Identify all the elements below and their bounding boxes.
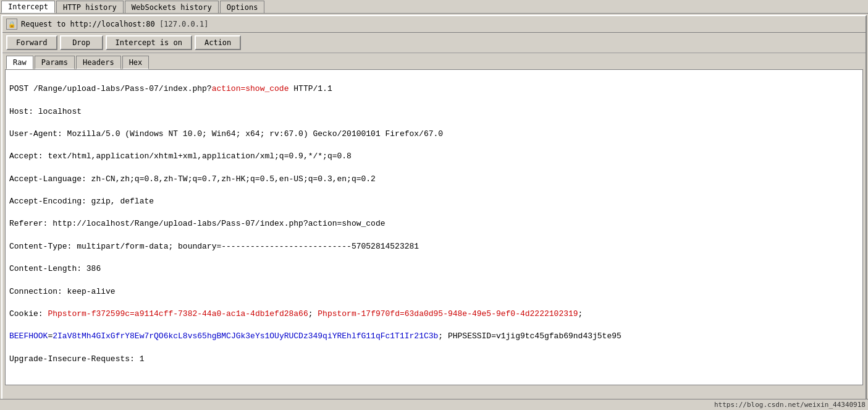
line-accept-enc: Accept-Encoding: gzip, deflate — [9, 196, 859, 207]
content-area[interactable]: POST /Range/upload-labs/Pass-07/index.ph… — [5, 69, 863, 385]
main-panel: 🔒 Request to http://localhost:80 [127.0.… — [1, 15, 867, 408]
tab-intercept[interactable]: Intercept — [1, 1, 55, 13]
toolbar: Forward Drop Intercept is on Action — [2, 33, 866, 53]
sub-tab-headers[interactable]: Headers — [76, 56, 121, 69]
line-accept: Accept: text/html,application/xhtml+xml,… — [9, 151, 859, 162]
line-beefhook: BEEFHOOK=2IaV8tMh4GIxGfrY8Ew7rQO6kcL8vs6… — [9, 331, 859, 342]
line-blank1 — [9, 376, 859, 385]
line-cookie: Cookie: Phpstorm-f372599c=a9114cff-7382-… — [9, 309, 859, 320]
line-connection: Connection: keep-alive — [9, 286, 859, 297]
tab-options[interactable]: Options — [220, 1, 265, 13]
line-content-length: Content-Length: 386 — [9, 263, 859, 275]
line-referer: Referer: http://localhost/Range/upload-l… — [9, 218, 859, 229]
line-post: POST /Range/upload-labs/Pass-07/index.ph… — [9, 83, 859, 95]
action-button[interactable]: Action — [195, 35, 241, 50]
intercept-button[interactable]: Intercept is on — [106, 35, 192, 50]
request-text: Request to http://localhost:80 — [21, 20, 155, 28]
request-icon: 🔒 — [6, 19, 17, 30]
line-content-type: Content-Type: multipart/form-data; bound… — [9, 241, 859, 252]
tab-http-history[interactable]: HTTP history — [56, 1, 124, 13]
sub-tab-params[interactable]: Params — [35, 56, 75, 69]
forward-button[interactable]: Forward — [6, 35, 57, 50]
request-info-bar: 🔒 Request to http://localhost:80 [127.0.… — [2, 16, 866, 33]
line-host: Host: localhost — [9, 106, 859, 117]
tab-bar: Intercept HTTP history WebSockets histor… — [0, 0, 868, 14]
line-upgrade: Upgrade-Insecure-Requests: 1 — [9, 354, 859, 365]
sub-tab-raw[interactable]: Raw — [6, 56, 33, 69]
sub-tab-bar: Raw Params Headers Hex — [2, 53, 866, 69]
sub-tab-hex[interactable]: Hex — [122, 56, 150, 69]
request-ip: [127.0.0.1] — [159, 20, 208, 28]
status-url: https://blog.csdn.net/weixin_44340918 — [714, 401, 866, 409]
tab-websockets-history[interactable]: WebSockets history — [125, 1, 219, 13]
line-accept-lang: Accept-Language: zh-CN,zh;q=0.8,zh-TW;q=… — [9, 174, 859, 185]
drop-button[interactable]: Drop — [60, 35, 103, 50]
status-bar: https://blog.csdn.net/weixin_44340918 — [0, 399, 868, 410]
line-ua: User-Agent: Mozilla/5.0 (Windows NT 10.0… — [9, 129, 859, 140]
